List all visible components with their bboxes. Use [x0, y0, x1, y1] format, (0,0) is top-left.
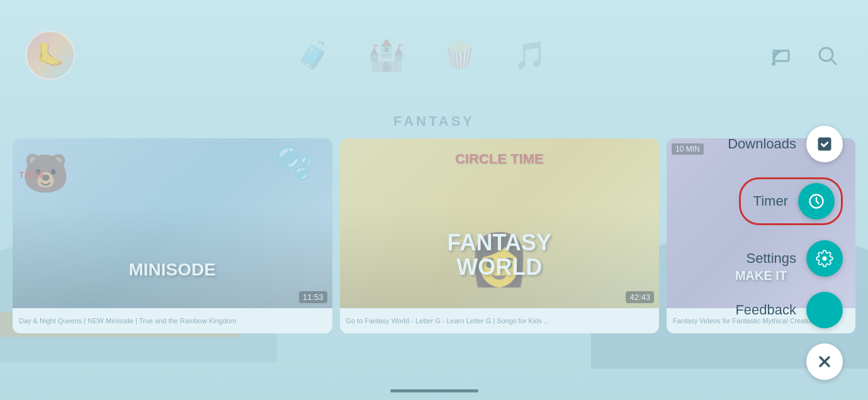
- clock-icon: [808, 192, 825, 210]
- timer-circle: [798, 183, 835, 219]
- close-icon: [816, 353, 833, 370]
- settings-label: Settings: [747, 250, 797, 267]
- menu-item-feedback[interactable]: Feedback: [735, 292, 843, 328]
- popup-menu: Downloads Timer Settings Feedbac: [728, 126, 843, 380]
- downloads-label: Downloads: [728, 136, 796, 152]
- timer-label: Timer: [753, 193, 788, 209]
- downloads-circle: [806, 126, 843, 162]
- menu-item-timer-wrapper[interactable]: Timer: [739, 177, 843, 225]
- svg-rect-4: [818, 138, 831, 151]
- menu-item-downloads[interactable]: Downloads: [728, 126, 843, 162]
- bottom-bar: [390, 389, 478, 392]
- menu-item-settings[interactable]: Settings: [747, 240, 843, 277]
- close-button[interactable]: [806, 343, 843, 380]
- download-check-icon: [816, 135, 833, 153]
- chat-icon: [816, 301, 833, 319]
- gear-icon: [816, 250, 833, 267]
- feedback-label: Feedback: [735, 302, 796, 318]
- feedback-circle: [806, 292, 843, 328]
- settings-circle: [806, 240, 843, 277]
